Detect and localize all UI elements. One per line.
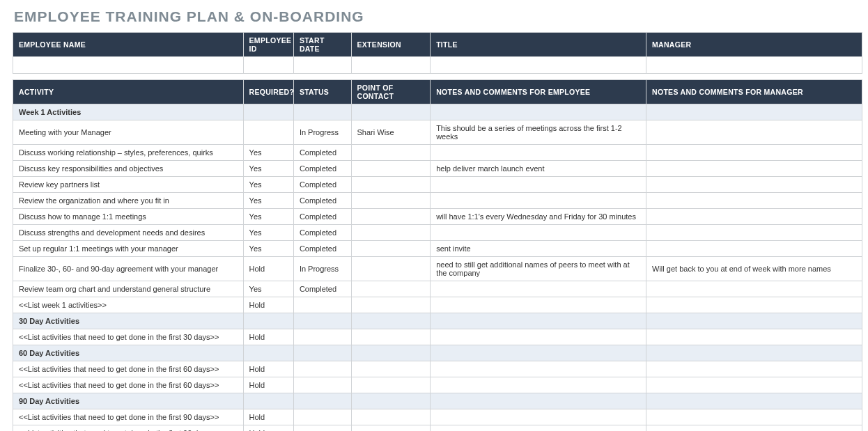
contact-cell[interactable] [351,241,431,257]
mgr-notes-cell[interactable] [646,329,862,345]
emp-notes-cell[interactable] [431,145,646,161]
activity-cell[interactable]: Set up regular 1:1 meetings with your ma… [13,241,244,257]
required-cell[interactable]: Yes [243,209,293,225]
contact-cell[interactable] [351,281,431,297]
contact-cell[interactable] [351,145,431,161]
required-cell[interactable]: Hold [243,409,293,425]
table-row[interactable]: Meeting with your ManagerIn ProgressShar… [13,120,862,145]
status-cell[interactable]: Completed [293,209,351,225]
required-cell[interactable]: Yes [243,145,293,161]
table-row[interactable]: Review team org chart and understand gen… [13,281,862,297]
employee-info-row[interactable] [13,57,862,74]
status-cell[interactable] [293,361,351,377]
mgr-notes-cell[interactable] [646,177,862,193]
emp-notes-cell[interactable]: This should be a series of meetings acro… [431,120,646,145]
emp-notes-cell[interactable] [431,225,646,241]
contact-cell[interactable] [351,209,431,225]
emp-notes-cell[interactable] [431,193,646,209]
mgr-notes-cell[interactable] [646,297,862,313]
contact-cell[interactable] [351,193,431,209]
mgr-notes-cell[interactable] [646,225,862,241]
mgr-notes-cell[interactable] [646,377,862,393]
status-cell[interactable]: Completed [293,225,351,241]
status-cell[interactable] [293,297,351,313]
emp-notes-cell[interactable]: help deliver march launch event [431,161,646,177]
table-row[interactable]: <<List activities that need to get done … [13,377,862,393]
mgr-notes-cell[interactable] [646,241,862,257]
contact-cell[interactable] [351,425,431,432]
required-cell[interactable]: Hold [243,257,293,281]
table-row[interactable]: Discuss working relationship – styles, p… [13,145,862,161]
required-cell[interactable]: Hold [243,297,293,313]
activity-cell[interactable]: Finalize 30-, 60- and 90-day agreement w… [13,257,244,281]
mgr-notes-cell[interactable] [646,361,862,377]
status-cell[interactable] [293,409,351,425]
mgr-notes-cell[interactable]: Will get back to you at end of week with… [646,257,862,281]
contact-cell[interactable] [351,329,431,345]
required-cell[interactable]: Hold [243,329,293,345]
status-cell[interactable] [293,377,351,393]
table-row[interactable]: <<List activities that need to get done … [13,409,862,425]
contact-cell[interactable] [351,297,431,313]
emp-notes-cell[interactable]: sent invite [431,241,646,257]
status-cell[interactable] [293,329,351,345]
status-cell[interactable]: In Progress [293,257,351,281]
table-row[interactable]: Discuss key responsibilities and objecti… [13,161,862,177]
activity-cell[interactable]: <<List activities that need to get done … [13,425,244,432]
status-cell[interactable]: Completed [293,177,351,193]
required-cell[interactable]: Hold [243,361,293,377]
status-cell[interactable]: Completed [293,281,351,297]
status-cell[interactable] [293,425,351,432]
table-row[interactable]: <<List activities that need to get done … [13,361,862,377]
contact-cell[interactable] [351,177,431,193]
contact-cell[interactable] [351,377,431,393]
mgr-notes-cell[interactable] [646,161,862,177]
contact-cell[interactable] [351,257,431,281]
activity-cell[interactable]: Discuss working relationship – styles, p… [13,145,244,161]
activity-cell[interactable]: Discuss key responsibilities and objecti… [13,161,244,177]
emp-notes-cell[interactable] [431,329,646,345]
table-row[interactable]: <<List activities that need to get done … [13,329,862,345]
required-cell[interactable]: Yes [243,177,293,193]
required-cell[interactable]: Hold [243,377,293,393]
emp-notes-cell[interactable] [431,281,646,297]
activity-cell[interactable]: <<List activities that need to get done … [13,361,244,377]
mgr-notes-cell[interactable] [646,209,862,225]
table-row[interactable]: Finalize 30-, 60- and 90-day agreement w… [13,257,862,281]
table-row[interactable]: Set up regular 1:1 meetings with your ma… [13,241,862,257]
emp-notes-cell[interactable] [431,425,646,432]
mgr-notes-cell[interactable] [646,281,862,297]
activity-cell[interactable]: <<List week 1 activities>> [13,297,244,313]
contact-cell[interactable]: Shari Wise [351,120,431,145]
employee-name-cell[interactable] [13,57,244,74]
activity-cell[interactable]: Discuss strengths and development needs … [13,225,244,241]
status-cell[interactable]: Completed [293,161,351,177]
mgr-notes-cell[interactable] [646,120,862,145]
table-row[interactable]: Review the organization and where you fi… [13,193,862,209]
emp-notes-cell[interactable] [431,361,646,377]
table-row[interactable]: Discuss how to manage 1:1 meetingsYesCom… [13,209,862,225]
emp-notes-cell[interactable]: will have 1:1's every Wednesday and Frid… [431,209,646,225]
mgr-notes-cell[interactable] [646,145,862,161]
emp-notes-cell[interactable] [431,297,646,313]
activity-cell[interactable]: Review the organization and where you fi… [13,193,244,209]
status-cell[interactable]: Completed [293,193,351,209]
table-row[interactable]: <<List week 1 activities>>Hold [13,297,862,313]
activity-cell[interactable]: Review key partners list [13,177,244,193]
activity-cell[interactable]: <<List activities that need to get done … [13,329,244,345]
activity-cell[interactable]: <<List activities that need to get done … [13,409,244,425]
emp-notes-cell[interactable]: need to still get additional names of pe… [431,257,646,281]
emp-notes-cell[interactable] [431,377,646,393]
extension-cell[interactable] [351,57,431,74]
title-cell[interactable] [431,57,646,74]
activity-cell[interactable]: Meeting with your Manager [13,120,244,145]
table-row[interactable]: Discuss strengths and development needs … [13,225,862,241]
mgr-notes-cell[interactable] [646,425,862,432]
contact-cell[interactable] [351,161,431,177]
status-cell[interactable]: Completed [293,241,351,257]
required-cell[interactable]: Yes [243,161,293,177]
activity-cell[interactable]: Review team org chart and understand gen… [13,281,244,297]
required-cell[interactable]: Yes [243,281,293,297]
activity-cell[interactable]: <<List activities that need to get done … [13,377,244,393]
contact-cell[interactable] [351,225,431,241]
